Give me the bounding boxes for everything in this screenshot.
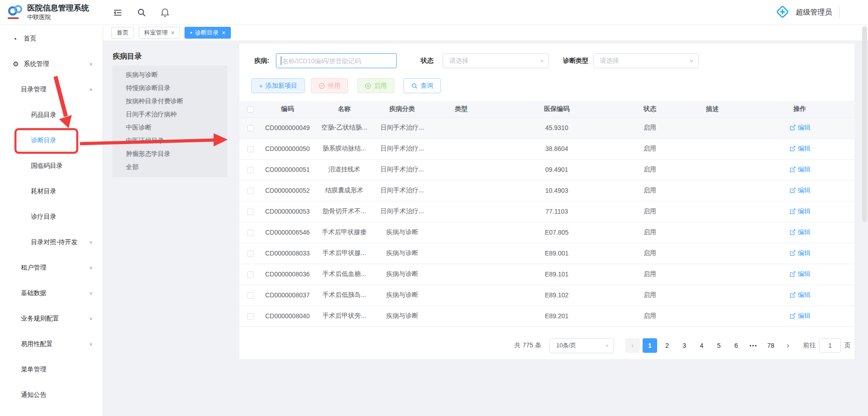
edit-button[interactable]: 编辑 [789,228,811,236]
total-count: 共 775 条 [514,341,541,350]
type-filter-label: 诊断类型 [563,57,589,65]
cell-name: 泪道挂线术 [314,159,375,180]
row-checkbox[interactable] [247,209,254,215]
page-unit-label: 页 [844,341,851,350]
edit-button[interactable]: 编辑 [789,249,811,257]
edit-button[interactable]: 编辑 [789,145,811,153]
row-checkbox[interactable] [247,271,254,278]
logo-icon [6,3,25,21]
row-checkbox[interactable] [247,230,254,236]
cell-category: 日间手术治疗... [375,180,429,201]
catalog-list-item[interactable]: 疾病与诊断 [112,68,227,81]
page-tab[interactable]: 科室管理 × [139,27,180,39]
sidebar-item-label: 菜单管理 [21,366,93,374]
disable-button[interactable]: 停用 [311,78,348,93]
edit-button[interactable]: 编辑 [789,312,811,320]
cell-category: 日间手术治疗... [375,201,429,222]
page-number-button[interactable]: 4 [694,338,709,353]
page-tab[interactable]: 首页 [111,27,134,39]
chevron-icon: ∧ [89,61,93,66]
sidebar-item[interactable]: 业务规则配置 ∨ [0,306,103,331]
page-number-button[interactable]: 78 [763,338,778,353]
sidebar-item[interactable]: 国临码目录 [0,153,103,179]
vertical-scrollbar-thumb[interactable] [862,26,867,222]
edit-icon [789,125,796,131]
cell-name: 手术后甲状腺瘘 [314,222,375,243]
sidebar-item-label: 诊疗目录 [31,213,93,221]
edit-button[interactable]: 编辑 [789,270,811,278]
close-tab-icon[interactable]: × [171,30,175,36]
status-select[interactable]: 请选择 ∨ [443,53,549,68]
page-number-button[interactable]: 6 [729,338,743,353]
edit-button[interactable]: 编辑 [789,207,811,216]
sidebar-item[interactable]: 易用性配置 ∨ [0,331,103,357]
row-checkbox[interactable] [247,188,254,194]
edit-button[interactable]: 编辑 [789,165,811,174]
edit-button[interactable]: 编辑 [789,291,811,299]
sidebar-item[interactable]: 目录对照-待开发 ∨ [0,230,103,255]
plus-icon: + [259,83,263,89]
sidebar-item-label: 租户管理 [21,264,89,272]
catalog-list-item[interactable]: 中医诊断 [112,121,227,134]
brand-text: 医院信息管理系统 中联医院 [27,3,89,21]
next-page-button[interactable]: › [781,338,795,353]
add-item-button[interactable]: + 添加新项目 [251,78,305,93]
sidebar-item[interactable]: ◔ 首页 [0,26,103,51]
sidebar-item[interactable]: 药品目录 [0,102,103,128]
sidebar-item[interactable]: 基础数据 ∨ [0,281,103,306]
page-number-button[interactable]: 1 [643,338,657,353]
row-checkbox[interactable] [247,146,254,152]
close-tab-icon[interactable]: × [222,30,225,36]
cell-type [429,306,493,326]
bell-icon[interactable] [160,8,170,18]
sidebar-item[interactable]: 通知公告 [0,382,103,408]
sidebar-item-label: 易用性配置 [21,340,89,348]
catalog-list-item[interactable]: 日间手术治疗病种 [112,108,227,121]
sidebar-item-label: 耗材目录 [31,187,93,195]
enable-button[interactable]: 启用 [357,78,394,93]
catalog-list-item[interactable]: 特慢病诊断目录 [112,81,227,95]
sidebar-item[interactable]: 诊疗目录 [0,204,103,230]
page-size-select[interactable]: 10条/页 ∨ [549,338,614,353]
page-number-button[interactable]: ••• [746,338,761,353]
edit-label: 编辑 [798,249,811,257]
catalog-list-item[interactable]: 中医证候目录 [112,134,227,147]
edit-button[interactable]: 编辑 [789,124,811,132]
row-checkbox[interactable] [247,167,254,173]
cell-description [679,159,745,180]
cell-description [679,285,745,306]
edit-button[interactable]: 编辑 [789,186,811,195]
page-number-button[interactable]: 5 [712,338,726,353]
diagnosis-type-select[interactable]: 请选择 ∨ [593,53,698,68]
hospital-name: 中联医院 [27,13,89,21]
active-dot-icon: ● [190,31,192,35]
column-header: 操作 [745,101,854,117]
sidebar-item[interactable]: 菜单管理 [0,357,103,382]
sidebar-item[interactable]: 诊断目录 [0,128,103,153]
catalog-list-item[interactable]: 肿瘤形态学目录 [112,147,227,160]
row-checkbox[interactable] [247,125,254,131]
query-button[interactable]: 查询 [404,78,441,93]
catalog-list-item[interactable]: 按病种目录付费诊断 [112,95,227,108]
sidebar-item[interactable]: 租户管理 ∨ [0,255,103,281]
page-number-button[interactable]: 3 [677,338,692,353]
select-all-checkbox[interactable] [247,106,254,113]
catalog-list-item[interactable]: 全部 [112,160,227,174]
row-checkbox[interactable] [247,251,254,257]
collapse-sidebar-icon[interactable] [113,8,123,18]
sidebar-item[interactable]: 耗材目录 [0,179,103,204]
prev-page-button[interactable]: ‹ [625,338,640,353]
row-checkbox[interactable] [247,313,254,320]
search-icon[interactable] [136,8,146,18]
page-number-button[interactable]: 2 [660,338,674,353]
page-tab[interactable]: ● 诊断目录 × [185,27,231,39]
edit-icon [789,187,796,194]
sidebar-item[interactable]: 目录管理 ∧ [0,77,103,102]
goto-page-input[interactable] [819,338,841,353]
disease-search-input[interactable] [276,53,397,68]
cell-code: CD0000000051 [261,159,314,180]
topbar-user[interactable]: 超级管理员 [775,0,840,25]
cell-category: 日间手术治疗... [375,159,429,180]
sidebar-item[interactable]: ⚙ 系统管理 ∧ [0,51,103,77]
row-checkbox[interactable] [247,292,254,299]
